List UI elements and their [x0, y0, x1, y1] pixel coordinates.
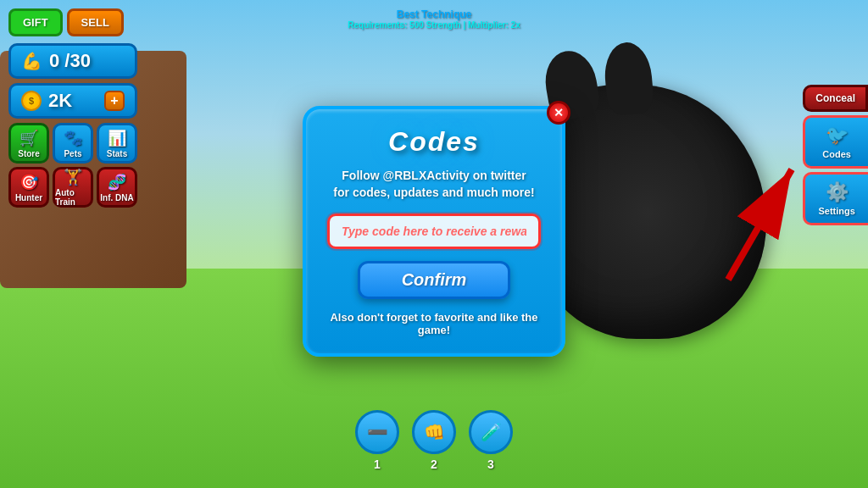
close-button[interactable]: ✕	[547, 101, 570, 125]
modal-overlay: ✕ Codes Follow @RBLXActivity on twitterf…	[0, 0, 868, 488]
codes-modal: ✕ Codes Follow @RBLXActivity on twitterf…	[303, 106, 565, 356]
code-input[interactable]	[327, 214, 541, 249]
confirm-button[interactable]: Confirm	[358, 261, 510, 299]
modal-footer: Also don't forget to favorite and like t…	[327, 311, 541, 336]
modal-subtitle: Follow @RBLXActivity on twitterfor codes…	[327, 168, 541, 201]
modal-title: Codes	[327, 126, 541, 158]
